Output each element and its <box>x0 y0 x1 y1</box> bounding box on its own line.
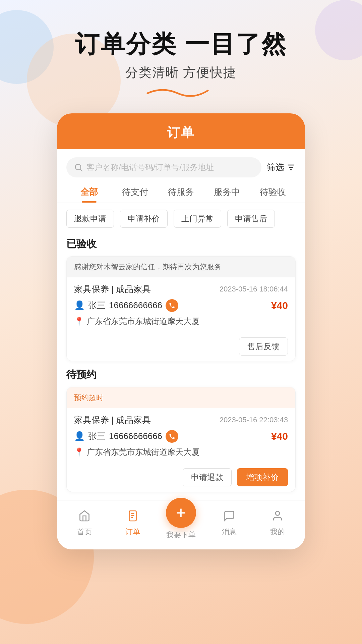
filter-button[interactable]: 筛选 <box>267 161 296 173</box>
section-pending: 待预约 预约超时 家具保养 | 成品家具 2023-05-16 22:03:43… <box>66 368 296 492</box>
search-icon <box>74 163 83 172</box>
search-row: 客户名称/电话号码/订单号/服务地址 筛选 <box>57 149 305 180</box>
nav-message[interactable]: 消息 <box>205 510 253 537</box>
add-supplement-button[interactable]: 增项补价 <box>237 468 288 486</box>
pill-refund[interactable]: 退款申请 <box>66 210 114 228</box>
order-contact-left: 👤 张三 16666666666 <box>74 299 178 312</box>
pending-contact-name: 张三 <box>88 430 106 442</box>
plus-icon: + <box>176 504 186 522</box>
nav-home[interactable]: 首页 <box>60 510 109 537</box>
after-sale-feedback-button[interactable]: 售后反馈 <box>239 337 288 356</box>
order-card-pending: 预约超时 家具保养 | 成品家具 2023-05-16 22:03:43 👤 张… <box>66 387 296 492</box>
section-pending-title: 待预约 <box>66 368 296 382</box>
tab-pending-acceptance[interactable]: 待验收 <box>250 180 296 203</box>
card-header: 订单 <box>57 113 305 149</box>
pill-filter-row: 退款申请 申请补价 上门异常 申请售后 <box>57 203 305 230</box>
pending-contact-phone: 16666666666 <box>109 431 162 441</box>
tab-pending-service[interactable]: 待服务 <box>158 180 204 203</box>
order-pending-contact-row: 👤 张三 16666666666 ¥40 <box>74 430 288 443</box>
nav-order-label: 订单 <box>125 527 140 537</box>
pill-visit-anomaly[interactable]: 上门异常 <box>174 210 221 228</box>
home-icon <box>78 510 90 525</box>
call-icon-button[interactable] <box>166 299 178 312</box>
card-header-title: 订单 <box>57 124 305 141</box>
search-placeholder-text: 客户名称/电话号码/订单号/服务地址 <box>86 162 214 173</box>
order-card-completed: 感谢您对木智云家的信任，期待再次为您服务 家具保养 | 成品家具 2023-05… <box>66 256 296 361</box>
phone-mockup-card: 订单 客户名称/电话号码/订单号/服务地址 筛选 全部 待支付 待服务 服务中 … <box>57 113 305 549</box>
nav-add-label: 我要下单 <box>166 530 196 540</box>
order-pending-service-name: 家具保养 | 成品家具 <box>74 414 151 426</box>
location-icon: 📍 <box>74 317 84 326</box>
order-pending-time: 2023-05-16 22:03:43 <box>220 416 288 424</box>
svg-line-1 <box>80 169 82 171</box>
add-order-button[interactable]: + <box>166 498 196 528</box>
tab-bar: 全部 待支付 待服务 服务中 待验收 <box>57 180 305 203</box>
nav-profile[interactable]: 我的 <box>253 510 302 537</box>
nav-add-order[interactable]: + 我要下单 <box>157 507 205 540</box>
hero-subtitle: 分类清晰 方便快捷 <box>0 64 362 81</box>
tab-in-service[interactable]: 服务中 <box>204 180 250 203</box>
order-price: ¥40 <box>271 300 288 311</box>
order-icon <box>127 510 139 525</box>
order-service-row: 家具保养 | 成品家具 2023-05-16 18:06:44 <box>74 283 288 295</box>
svg-point-9 <box>276 512 280 516</box>
order-time: 2023-05-16 18:06:44 <box>220 285 288 293</box>
pending-order-price: ¥40 <box>271 431 288 442</box>
nav-profile-label: 我的 <box>270 527 285 537</box>
order-completed-actions: 售后反馈 <box>67 333 295 361</box>
order-pending-main: 家具保养 | 成品家具 2023-05-16 22:03:43 👤 张三 166… <box>67 408 295 464</box>
call-icon-button-2[interactable] <box>166 430 178 443</box>
hero-title: 订单分类 一目了然 <box>0 30 362 58</box>
hero-squiggle-icon <box>144 84 218 97</box>
order-pending-actions: 申请退款 增项补价 <box>67 464 295 492</box>
svg-point-0 <box>75 164 81 169</box>
tab-all[interactable]: 全部 <box>66 180 112 203</box>
order-address-row: 📍 广东省东莞市东城街道摩天大厦 <box>74 316 288 327</box>
message-icon <box>223 510 235 525</box>
order-completed-banner: 感谢您对木智云家的信任，期待再次为您服务 <box>67 257 295 277</box>
nav-home-label: 首页 <box>77 527 92 537</box>
filter-icon <box>286 163 296 172</box>
order-pending-banner: 预约超时 <box>67 387 295 408</box>
bottom-nav: 首页 订单 + 我要下单 <box>57 500 305 549</box>
order-completed-main: 家具保养 | 成品家具 2023-05-16 18:06:44 👤 张三 166… <box>67 277 295 333</box>
contact-name: 张三 <box>88 300 106 311</box>
refund-button[interactable]: 申请退款 <box>183 468 232 486</box>
nav-order[interactable]: 订单 <box>109 510 157 537</box>
pending-order-address: 广东省东莞市东城街道摩天大厦 <box>87 447 199 458</box>
order-pending-contact-left: 👤 张三 16666666666 <box>74 430 178 443</box>
section-completed-title: 已验收 <box>66 237 296 251</box>
profile-icon <box>272 510 284 525</box>
svg-rect-5 <box>129 511 136 521</box>
pill-after-sale[interactable]: 申请售后 <box>227 210 275 228</box>
order-pending-service-row: 家具保养 | 成品家具 2023-05-16 22:03:43 <box>74 414 288 426</box>
order-address: 广东省东莞市东城街道摩天大厦 <box>87 316 199 327</box>
contact-phone: 16666666666 <box>109 300 162 311</box>
pill-supplement[interactable]: 申请补价 <box>120 210 168 228</box>
hero-section: 订单分类 一目了然 分类清晰 方便快捷 <box>0 0 362 97</box>
tab-pending-payment[interactable]: 待支付 <box>112 180 158 203</box>
person-icon-2: 👤 <box>74 431 85 441</box>
nav-message-label: 消息 <box>222 527 237 537</box>
search-box[interactable]: 客户名称/电话号码/订单号/服务地址 <box>66 157 261 177</box>
filter-label: 筛选 <box>267 161 284 173</box>
order-service-name: 家具保养 | 成品家具 <box>74 283 151 295</box>
location-icon-2: 📍 <box>74 447 84 457</box>
section-completed: 已验收 感谢您对木智云家的信任，期待再次为您服务 家具保养 | 成品家具 202… <box>66 237 296 361</box>
order-contact-row: 👤 张三 16666666666 ¥40 <box>74 299 288 312</box>
order-pending-address-row: 📍 广东省东莞市东城街道摩天大厦 <box>74 447 288 458</box>
person-icon: 👤 <box>74 300 85 311</box>
